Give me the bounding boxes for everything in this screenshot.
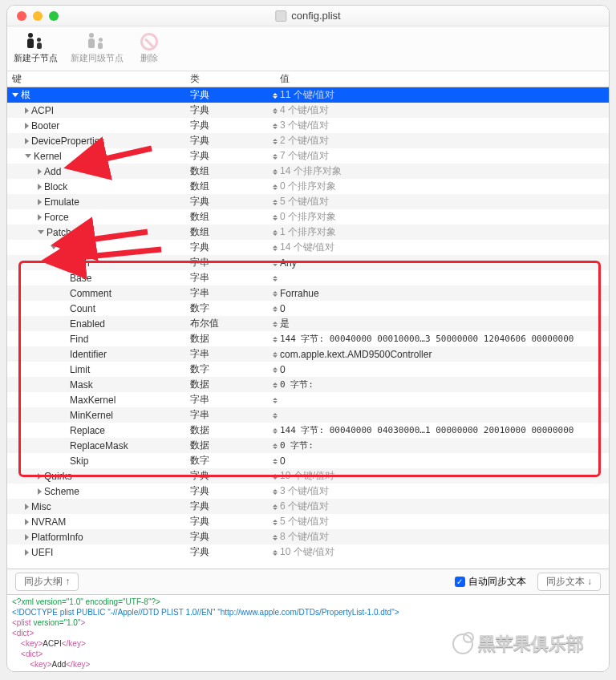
tree-row[interactable]: Replace数据144 字节: 00040000 04030000…1 000… xyxy=(7,423,609,438)
chevron-right-icon[interactable] xyxy=(38,199,42,205)
value-label[interactable]: 14 个键/值对 xyxy=(280,241,609,254)
value-label[interactable]: 11 个键/值对 xyxy=(280,88,609,102)
chevron-right-icon[interactable] xyxy=(25,138,29,144)
value-label[interactable]: 8 个键/值对 xyxy=(280,530,609,544)
value-label[interactable]: 7 个键/值对 xyxy=(280,149,609,163)
chevron-right-icon[interactable] xyxy=(38,488,42,495)
chevron-right-icon[interactable] xyxy=(25,504,29,510)
value-label[interactable]: 4 个键/值对 xyxy=(280,103,609,117)
minimize-icon[interactable] xyxy=(33,11,43,21)
tree-row[interactable]: Kernel字典7 个键/值对 xyxy=(7,148,609,164)
stepper-icon[interactable] xyxy=(270,350,280,358)
value-label[interactable]: 0 字节: xyxy=(280,439,609,451)
value-label[interactable]: 0 xyxy=(280,303,609,314)
tree-row[interactable]: PlatformInfo字典8 个键/值对 xyxy=(7,529,609,544)
header-key[interactable]: 键 xyxy=(7,72,190,86)
value-label[interactable]: 0 个排序对象 xyxy=(280,180,609,193)
tree-row[interactable]: Base字串 xyxy=(7,270,609,285)
tree-row[interactable]: NVRAM字典5 个键/值对 xyxy=(7,514,609,529)
value-label[interactable]: 6 个键/值对 xyxy=(280,500,609,513)
value-label[interactable]: 是 xyxy=(280,317,609,330)
chevron-down-icon[interactable] xyxy=(51,245,57,249)
stepper-icon[interactable] xyxy=(270,259,280,266)
chevron-right-icon[interactable] xyxy=(38,184,42,190)
sync-outline-button[interactable]: 同步大纲 ↑ xyxy=(15,573,79,591)
auto-sync-checkbox[interactable]: ✓ 自动同步文本 xyxy=(455,575,526,589)
tree-row[interactable]: Skip数字0 xyxy=(7,453,609,468)
value-label[interactable]: 0 个排序对象 xyxy=(280,210,609,224)
tree-row[interactable]: MinKernel字串 xyxy=(7,407,609,423)
chevron-right-icon[interactable] xyxy=(38,473,42,480)
stepper-icon[interactable] xyxy=(270,244,280,251)
chevron-right-icon[interactable] xyxy=(25,549,29,556)
header-value[interactable]: 值 xyxy=(280,72,609,86)
value-label[interactable]: 0 字节: xyxy=(280,378,609,391)
stepper-icon[interactable] xyxy=(270,152,280,160)
tree-row[interactable]: Mask数据0 字节: xyxy=(7,377,609,392)
zoom-icon[interactable] xyxy=(49,11,59,21)
stepper-icon[interactable] xyxy=(270,229,280,236)
value-label[interactable]: 0 xyxy=(280,455,609,467)
new-sibling-button[interactable]: 新建同级节点 xyxy=(71,33,124,64)
tree-row[interactable]: ReplaceMask数据0 字节: xyxy=(7,438,609,453)
tree-view[interactable]: 根字典11 个键/值对ACPI字典4 个键/值对Booter字典3 个键/值对D… xyxy=(7,87,609,569)
chevron-down-icon[interactable] xyxy=(12,93,18,97)
chevron-right-icon[interactable] xyxy=(25,534,29,540)
value-label[interactable]: com.apple.kext.AMD9500Controller xyxy=(280,349,609,360)
value-label[interactable]: 19 个键/值对 xyxy=(280,469,609,483)
tree-row[interactable]: Arch字串Any xyxy=(7,255,609,270)
stepper-icon[interactable] xyxy=(270,366,280,373)
stepper-icon[interactable] xyxy=(270,503,280,510)
tree-row[interactable]: Force数组0 个排序对象 xyxy=(7,209,609,225)
tree-row[interactable]: Limit数字0 xyxy=(7,362,609,377)
tree-row[interactable]: MaxKernel字串 xyxy=(7,392,609,407)
close-icon[interactable] xyxy=(17,11,26,21)
value-label[interactable]: 144 字节: 00040000 00010000…3 50000000 120… xyxy=(280,333,609,345)
stepper-icon[interactable] xyxy=(270,457,280,464)
stepper-icon[interactable] xyxy=(270,320,280,327)
chevron-right-icon[interactable] xyxy=(25,123,29,129)
value-label[interactable]: Any xyxy=(280,257,609,269)
tree-row[interactable]: 0字典14 个键/值对 xyxy=(7,240,609,255)
value-label[interactable]: 1 个排序对象 xyxy=(280,225,609,239)
tree-row[interactable]: Find数据144 字节: 00040000 00010000…3 500000… xyxy=(7,331,609,346)
value-label[interactable]: 144 字节: 00040000 04030000…1 00000000 200… xyxy=(280,424,609,436)
tree-row[interactable]: Scheme字典3 个键/值对 xyxy=(7,484,609,499)
tree-row[interactable]: Emulate字典5 个键/值对 xyxy=(7,194,609,209)
tree-row[interactable]: Block数组0 个排序对象 xyxy=(7,179,609,194)
chevron-down-icon[interactable] xyxy=(38,230,44,234)
delete-button[interactable]: 删除 xyxy=(136,33,162,64)
tree-row[interactable]: Patch数组1 个排序对象 xyxy=(7,225,609,240)
stepper-icon[interactable] xyxy=(270,137,280,144)
tree-row[interactable]: Booter字典3 个键/值对 xyxy=(7,118,609,133)
value-label[interactable]: 5 个键/值对 xyxy=(280,195,609,208)
chevron-right-icon[interactable] xyxy=(38,214,42,221)
tree-row[interactable]: UEFI字典10 个键/值对 xyxy=(7,544,609,560)
tree-row[interactable]: Comment字串Forrahue xyxy=(7,285,609,301)
tree-row[interactable]: Enabled布尔值是 xyxy=(7,316,609,331)
chevron-right-icon[interactable] xyxy=(38,168,42,175)
stepper-icon[interactable] xyxy=(270,548,280,556)
stepper-icon[interactable] xyxy=(270,335,280,342)
value-label[interactable]: 3 个键/值对 xyxy=(280,484,609,498)
value-label[interactable]: 5 个键/值对 xyxy=(280,515,609,528)
stepper-icon[interactable] xyxy=(270,533,280,540)
value-label[interactable]: 2 个键/值对 xyxy=(280,134,609,148)
tree-row[interactable]: Add数组14 个排序对象 xyxy=(7,164,609,179)
stepper-icon[interactable] xyxy=(270,488,280,495)
stepper-icon[interactable] xyxy=(270,168,280,175)
stepper-icon[interactable] xyxy=(270,472,280,480)
tree-row[interactable]: Count数字0 xyxy=(7,301,609,316)
chevron-right-icon[interactable] xyxy=(25,107,29,114)
stepper-icon[interactable] xyxy=(270,442,280,449)
value-label[interactable]: 0 xyxy=(280,364,609,375)
tree-row[interactable]: Misc字典6 个键/值对 xyxy=(7,499,609,514)
header-type[interactable]: 类 xyxy=(190,72,280,86)
stepper-icon[interactable] xyxy=(270,411,280,419)
stepper-icon[interactable] xyxy=(270,122,280,129)
value-label[interactable]: Forrahue xyxy=(280,288,609,299)
stepper-icon[interactable] xyxy=(270,396,280,403)
chevron-right-icon[interactable] xyxy=(25,519,29,525)
tree-row[interactable]: 根字典11 个键/值对 xyxy=(7,87,609,103)
stepper-icon[interactable] xyxy=(270,305,280,312)
